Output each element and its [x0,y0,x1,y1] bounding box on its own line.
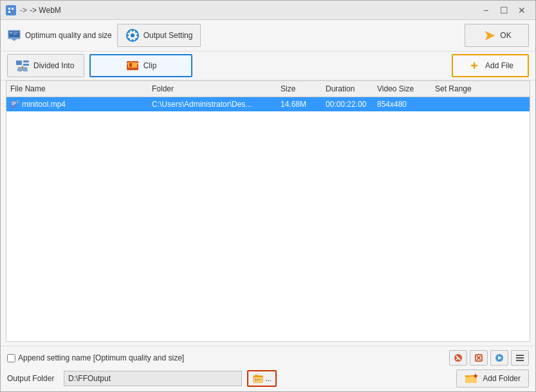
svg-rect-10 [12,39,17,40]
divided-into-icon [15,59,30,73]
svg-rect-3 [8,11,10,13]
bottom-row-1: Append setting name [Optimum quality and… [7,350,529,366]
ok-button[interactable]: ➤ OK [465,24,529,47]
output-folder-label: Output Folder [7,374,59,383]
output-setting-icon [125,28,140,42]
col-header-size: Size [277,83,322,95]
bottom-row-2: Output Folder ... [7,369,529,387]
clip-icon [125,59,140,73]
svg-rect-23 [23,64,29,66]
output-setting-button[interactable]: Output Setting [117,24,201,47]
col-header-videosize: Video Size [373,83,431,95]
svg-rect-21 [16,61,22,65]
clip-label: Clip [143,61,157,70]
add-file-button[interactable]: + Add File [452,54,529,77]
ok-icon: ➤ [482,28,496,42]
col-header-folder: Folder [148,83,277,95]
title-arrow: -> [20,6,27,15]
toolbar-row-1: Optimum quality and size Output Sett [1,20,535,51]
play-button[interactable] [490,350,508,366]
append-setting-section: Append setting name [Optimum quality and… [7,353,184,362]
quality-section: Optimum quality and size [7,28,112,42]
svg-rect-36 [12,104,15,105]
svg-rect-37 [17,100,19,103]
cell-setrange [431,103,483,106]
app-icon [6,5,16,15]
add-folder-button[interactable]: Add Folder [456,369,529,387]
svg-line-18 [135,39,136,40]
quality-icon [7,28,21,42]
svg-rect-27 [23,68,28,71]
window-title: -> WebM [30,6,477,15]
close-button[interactable]: ✕ [513,4,530,17]
svg-rect-9 [14,40,15,41]
svg-line-20 [128,39,129,40]
svg-line-19 [135,31,136,32]
svg-rect-22 [23,61,29,62]
svg-line-17 [128,31,129,32]
table-body: minitool.mp4 C:\Users\Administrator\Des.… [6,97,530,341]
divided-into-label: Divided Into [33,61,74,70]
append-setting-label: Append setting name [Optimum quality and… [18,353,184,362]
svg-rect-2 [12,8,14,10]
bottom-bar: Append setting name [Optimum quality and… [1,346,535,391]
svg-rect-0 [7,6,15,14]
col-header-setrange: Set Range [431,83,483,95]
table-row[interactable]: minitool.mp4 C:\Users\Administrator\Des.… [6,97,530,111]
add-file-label: Add File [485,61,513,70]
action-buttons [449,350,529,366]
file-icon [10,100,19,109]
window-controls: − ☐ ✕ [477,4,530,17]
svg-rect-48 [516,360,524,361]
table-header: File Name Folder Size Duration Video Siz… [6,81,530,97]
ok-label: OK [500,31,511,40]
svg-rect-1 [8,8,10,10]
main-window: -> -> WebM − ☐ ✕ Optimum quality [0,0,536,392]
svg-rect-26 [17,68,22,71]
clear-button[interactable] [470,350,488,366]
toolbar-row-2: Divided Into Clip + Add File [1,51,535,80]
cell-videosize: 854x480 [373,98,431,110]
browse-button[interactable]: ... [247,370,277,387]
output-setting-label: Output Setting [143,31,193,40]
minimize-button[interactable]: − [477,4,494,17]
svg-rect-7 [14,32,19,33]
add-file-icon: + [467,59,481,73]
append-setting-checkbox[interactable] [7,354,15,362]
svg-rect-52 [255,375,258,376]
list-button[interactable] [511,350,529,366]
output-path-input[interactable] [64,371,242,386]
divided-into-button[interactable]: Divided Into [7,54,84,77]
col-header-filename: File Name [6,83,148,95]
cell-duration: 00:00:22.00 [322,98,373,110]
svg-rect-46 [516,355,524,356]
cell-filename: minitool.mp4 [6,98,148,110]
svg-rect-8 [14,33,17,34]
title-bar: -> -> WebM − ☐ ✕ [1,1,535,20]
svg-rect-6 [10,32,12,34]
quality-label: Optimum quality and size [25,31,112,40]
delete-button[interactable] [449,350,467,366]
svg-point-12 [131,33,134,37]
file-table: File Name Folder Size Duration Video Siz… [6,80,530,342]
col-header-duration: Duration [322,83,373,95]
svg-rect-34 [12,102,16,102]
svg-rect-57 [465,375,470,377]
maximize-button[interactable]: ☐ [495,4,512,17]
cell-folder: C:\Users\Administrator\Des... [148,98,277,110]
svg-rect-30 [129,63,132,67]
clip-button[interactable]: Clip [89,54,192,77]
add-folder-label: Add Folder [483,374,521,383]
cell-size: 14.68M [277,98,322,110]
svg-rect-47 [516,357,524,359]
svg-rect-35 [12,103,16,104]
browse-label: ... [266,375,272,382]
